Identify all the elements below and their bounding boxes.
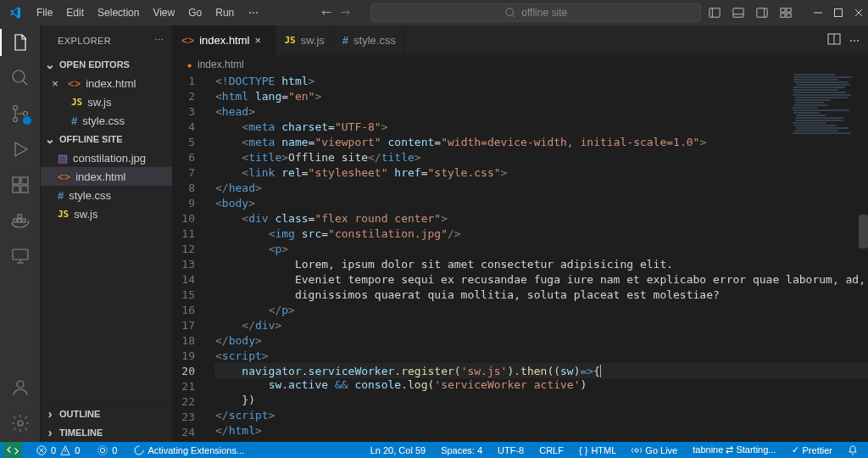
file-tree-item[interactable]: #style.css	[41, 186, 172, 204]
toggle-secondary-sidebar-icon[interactable]	[752, 0, 772, 25]
svg-rect-3	[757, 8, 767, 18]
explorer-more-icon[interactable]: ⋯	[154, 35, 164, 46]
menu-overflow-icon[interactable]: ⋯	[243, 3, 264, 22]
nav-back-icon[interactable]: 🡐	[321, 7, 331, 19]
svg-rect-17	[14, 219, 17, 222]
source-control-icon[interactable]	[10, 103, 31, 124]
explorer-title: EXPLORER	[58, 36, 111, 46]
file-css-icon: #	[58, 189, 64, 202]
timeline-section[interactable]: TIMELINE	[41, 423, 172, 442]
settings-gear-icon[interactable]	[10, 413, 31, 433]
file-name: sw.js	[74, 208, 97, 221]
file-html-icon: <>	[181, 34, 194, 47]
menu-selection[interactable]: Selection	[92, 3, 145, 22]
file-js-icon: JS	[71, 97, 82, 108]
svg-point-22	[17, 381, 24, 388]
nav-forward-icon[interactable]: 🡒	[340, 7, 350, 19]
split-editor-icon[interactable]	[827, 32, 841, 48]
svg-rect-4	[781, 8, 785, 12]
more-actions-icon[interactable]: ⋯	[849, 35, 860, 47]
svg-point-9	[13, 70, 25, 82]
menu-run[interactable]: Run	[209, 3, 240, 22]
explorer-icon[interactable]	[10, 32, 31, 53]
editor-tab[interactable]: #style.css	[334, 25, 405, 55]
window-close-button[interactable]	[849, 0, 868, 25]
problems-indicator[interactable]: 0 0	[32, 444, 83, 456]
status-activating: Activating Extensions...	[131, 445, 248, 455]
accounts-icon[interactable]	[10, 377, 31, 398]
file-name: sw.js	[87, 96, 111, 109]
file-html-icon: <>	[68, 77, 81, 90]
toggle-primary-sidebar-icon[interactable]	[704, 0, 725, 25]
svg-rect-14	[21, 177, 28, 184]
file-tree-item[interactable]: JSsw.js	[41, 204, 172, 223]
svg-point-26	[101, 448, 105, 452]
prettier-status[interactable]: ✓ Prettier	[788, 444, 836, 455]
remote-indicator[interactable]	[3, 442, 22, 458]
file-js-icon: JS	[58, 209, 69, 220]
menu-file[interactable]: File	[31, 3, 58, 22]
svg-rect-18	[18, 219, 21, 222]
editor-tabs: <>index.html×JSsw.js#style.css⋯	[173, 25, 868, 55]
main-menu: FileEditSelectionViewGoRun	[31, 3, 240, 22]
language-indicator[interactable]: { } HTML	[576, 445, 620, 455]
folder-section[interactable]: OFFLINE SITE	[41, 130, 172, 148]
notifications-icon[interactable]	[844, 445, 861, 455]
activity-bar	[0, 25, 41, 442]
svg-rect-2	[733, 8, 743, 18]
customize-layout-icon[interactable]	[776, 0, 796, 25]
explorer-sidebar: EXPLORER ⋯ OPEN EDITORS ×<>index.htmlJSs…	[41, 25, 173, 442]
svg-rect-21	[13, 249, 28, 260]
svg-rect-7	[787, 14, 791, 17]
file-name: index.html	[86, 77, 136, 90]
file-name: style.css	[82, 114, 125, 127]
docker-icon[interactable]	[10, 210, 31, 231]
file-tree-item[interactable]: ▨constilation.jpg	[41, 148, 172, 167]
svg-rect-6	[781, 14, 785, 17]
tabnine-status[interactable]: tabnine ⇄ Starting...	[689, 444, 779, 455]
extensions-icon[interactable]	[10, 175, 31, 195]
ports-indicator[interactable]: 0	[93, 444, 120, 456]
editor-tab[interactable]: JSsw.js	[275, 25, 333, 55]
open-editor-item[interactable]: JSsw.js	[41, 92, 172, 111]
indent-indicator[interactable]: Spaces: 4	[437, 445, 486, 455]
menu-edit[interactable]: Edit	[60, 3, 90, 22]
vscode-logo-icon	[8, 6, 22, 20]
window-minimize-button[interactable]	[808, 0, 828, 25]
file-tree-item[interactable]: <>index.html	[41, 167, 172, 186]
toggle-panel-icon[interactable]	[728, 0, 748, 25]
file-css-icon: #	[342, 34, 348, 47]
go-live-button[interactable]: Go Live	[628, 445, 681, 455]
remote-explorer-icon[interactable]	[10, 246, 31, 266]
code-editor[interactable]: 123456789101112131415161718192021222324 …	[173, 74, 868, 442]
editor-tab[interactable]: <>index.html×	[173, 25, 275, 55]
minimap[interactable]	[792, 74, 858, 430]
editor-group: <>index.html×JSsw.js#style.css⋯ ⬥ index.…	[173, 25, 868, 442]
svg-point-27	[98, 445, 108, 455]
open-editors-section[interactable]: OPEN EDITORS	[41, 55, 172, 74]
svg-rect-8	[835, 9, 843, 17]
outline-section[interactable]: OUTLINE	[41, 405, 172, 423]
title-bar: FileEditSelectionViewGoRun ⋯ 🡐 🡒 offline…	[0, 0, 868, 25]
file-name: style.css	[69, 189, 111, 202]
command-center-search[interactable]: offline site	[370, 3, 701, 22]
encoding-indicator[interactable]: UTF-8	[494, 445, 527, 455]
window-maximize-button[interactable]	[828, 0, 849, 25]
open-editor-item[interactable]: #style.css	[41, 111, 172, 130]
svg-rect-19	[22, 219, 25, 222]
close-icon[interactable]: ×	[49, 77, 61, 90]
file-js-icon: JS	[284, 35, 295, 46]
file-image-icon: ▨	[58, 152, 68, 165]
cursor-position[interactable]: Ln 20, Col 59	[367, 445, 429, 455]
run-debug-icon[interactable]	[10, 139, 31, 159]
scrollbar[interactable]	[859, 74, 868, 430]
eol-indicator[interactable]: CRLF	[536, 445, 567, 455]
breadcrumb[interactable]: ⬥ index.html	[173, 55, 868, 74]
menu-go[interactable]: Go	[182, 3, 208, 22]
open-editor-item[interactable]: ×<>index.html	[41, 74, 172, 92]
svg-point-0	[506, 8, 514, 16]
close-icon[interactable]: ×	[254, 34, 266, 47]
menu-view[interactable]: View	[147, 3, 181, 22]
svg-point-10	[13, 106, 17, 110]
search-icon[interactable]	[10, 68, 31, 88]
